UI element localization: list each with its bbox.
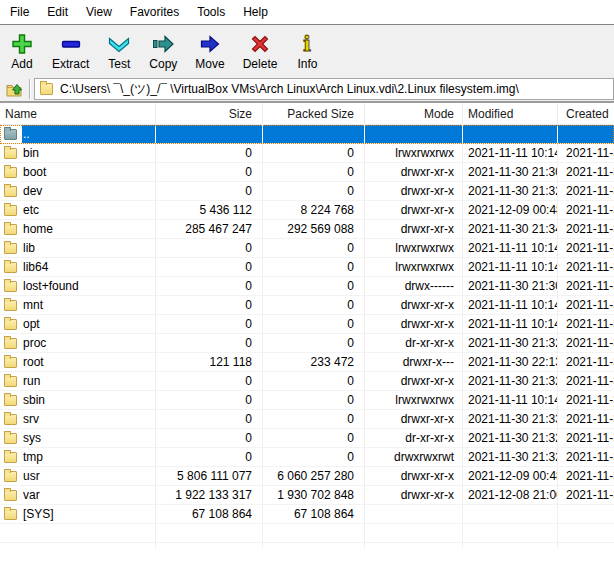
file-mode-cell [365, 505, 463, 523]
folder-up-icon [4, 129, 17, 140]
file-row[interactable]: root 121 118 233 472 drwxr-x--- 2021-11-… [0, 353, 614, 372]
file-row[interactable]: sbin 0 0 lrwxrwxrwx 2021-11-11 10:14 202… [0, 391, 614, 410]
file-created-cell: 2021-11-3 [558, 220, 614, 238]
file-size-cell: 121 118 [156, 353, 263, 371]
column-header-modified[interactable]: Modified [463, 103, 558, 124]
file-row[interactable]: [SYS] 67 108 864 67 108 864 [0, 505, 614, 524]
file-row[interactable]: home 285 467 247 292 569 088 drwxr-xr-x … [0, 220, 614, 239]
file-mode-cell: lrwxrwxrwx [365, 144, 463, 162]
toolbar: Add Extract Test Copy Move Delete i Info [0, 25, 614, 77]
file-size-cell: 1 922 133 317 [156, 486, 263, 504]
folder-icon [4, 452, 17, 463]
file-name-cell: [SYS] [0, 505, 156, 523]
file-row[interactable]: opt 0 0 drwxr-xr-x 2021-11-11 10:14 2021… [0, 315, 614, 334]
folder-up-icon [6, 81, 25, 98]
file-name-cell: usr [0, 467, 156, 485]
file-row[interactable]: srv 0 0 drwxr-xr-x 2021-11-30 21:33 2021… [0, 410, 614, 429]
file-row[interactable]: bin 0 0 lrwxrwxrwx 2021-11-11 10:14 2021… [0, 144, 614, 163]
file-modified-cell: 2021-11-30 21:34 [463, 220, 558, 238]
file-row[interactable]: dev 0 0 drwxr-xr-x 2021-11-30 21:32 2021… [0, 182, 614, 201]
file-name-cell: srv [0, 410, 156, 428]
file-row[interactable]: lost+found 0 0 drwx------ 2021-11-30 21:… [0, 277, 614, 296]
file-packed-cell: 0 [263, 144, 365, 162]
add-plus-icon [10, 30, 34, 57]
toolbar-separator [29, 79, 30, 99]
file-row[interactable]: lib 0 0 lrwxrwxrwx 2021-11-11 10:14 2021… [0, 239, 614, 258]
file-modified-cell: 2021-11-30 21:32 [463, 448, 558, 466]
file-mode-cell: drwxr-xr-x [365, 296, 463, 314]
toolbar-button[interactable]: Delete [234, 27, 287, 76]
file-packed-cell: 0 [263, 239, 365, 257]
address-combo[interactable]: C:\Users\ ¯\_(ツ)_/¯ \VirtualBox VMs\Arch… [34, 78, 614, 100]
toolbar-button[interactable]: Add [1, 27, 43, 76]
file-row[interactable]: lib64 0 0 lrwxrwxrwx 2021-11-11 10:14 20… [0, 258, 614, 277]
file-row[interactable]: etc 5 436 112 8 224 768 drwxr-xr-x 2021-… [0, 201, 614, 220]
file-mode-cell: drwxr-xr-x [365, 182, 463, 200]
column-header-size[interactable]: Size [156, 103, 263, 124]
column-header-created[interactable]: Created [558, 103, 614, 124]
file-packed-cell: 0 [263, 277, 365, 295]
column-header-mode[interactable]: Mode [365, 103, 463, 124]
file-mode-cell: drwxr-xr-x [365, 201, 463, 219]
file-packed-cell: 0 [263, 258, 365, 276]
folder-icon [4, 395, 17, 406]
file-row[interactable]: mnt 0 0 drwxr-xr-x 2021-11-11 10:14 2021… [0, 296, 614, 315]
file-packed-cell [263, 125, 365, 143]
toolbar-button[interactable]: Move [186, 27, 233, 76]
folder-icon [4, 509, 17, 520]
file-modified-cell: 2021-11-11 10:14 [463, 144, 558, 162]
file-size-cell: 0 [156, 410, 263, 428]
file-modified-cell: 2021-11-11 10:14 [463, 296, 558, 314]
toolbar-button[interactable]: i Info [286, 27, 328, 76]
file-row[interactable]: tmp 0 0 drwxrwxrwt 2021-11-30 21:32 2021… [0, 448, 614, 467]
file-row[interactable]: proc 0 0 dr-xr-xr-x 2021-11-30 21:32 202… [0, 334, 614, 353]
file-packed-cell: 0 [263, 315, 365, 333]
file-packed-cell: 233 472 [263, 353, 365, 371]
file-created-cell: 2021-11-3 [558, 182, 614, 200]
file-name-cell: var [0, 486, 156, 504]
file-row[interactable]: var 1 922 133 317 1 930 702 848 drwxr-xr… [0, 486, 614, 505]
folder-icon [4, 433, 17, 444]
file-modified-cell: 2021-11-11 10:14 [463, 315, 558, 333]
column-header-name[interactable]: Name [0, 103, 156, 124]
menu-item[interactable]: Tools [188, 1, 234, 23]
menu-item[interactable]: Edit [38, 1, 77, 23]
file-size-cell: 0 [156, 372, 263, 390]
menu-item[interactable]: Favorites [121, 1, 188, 23]
toolbar-button[interactable]: Copy [140, 27, 186, 76]
file-mode-cell: lrwxrwxrwx [365, 239, 463, 257]
file-modified-cell: 2021-12-09 00:48 [463, 201, 558, 219]
file-size-cell: 0 [156, 258, 263, 276]
file-row[interactable]: .. [0, 125, 614, 144]
address-bar: C:\Users\ ¯\_(ツ)_/¯ \VirtualBox VMs\Arch… [0, 77, 614, 103]
file-modified-cell: 2021-11-30 22:13 [463, 353, 558, 371]
menu-item[interactable]: File [1, 1, 38, 23]
file-size-cell: 67 108 864 [156, 505, 263, 523]
file-created-cell: 2021-11-3 [558, 334, 614, 352]
file-size-cell: 0 [156, 182, 263, 200]
file-modified-cell: 2021-11-30 21:33 [463, 410, 558, 428]
file-packed-cell: 292 569 088 [263, 220, 365, 238]
file-size-cell: 0 [156, 315, 263, 333]
column-header-packed-size[interactable]: Packed Size [263, 103, 365, 124]
file-row[interactable]: sys 0 0 dr-xr-xr-x 2021-11-30 21:32 2021… [0, 429, 614, 448]
svg-text:i: i [303, 32, 311, 56]
file-row[interactable]: run 0 0 drwxr-xr-x 2021-11-30 21:32 2021… [0, 372, 614, 391]
file-name-cell: root [0, 353, 156, 371]
folder-icon [4, 205, 17, 216]
menu-item[interactable]: Help [234, 1, 277, 23]
file-mode-cell: drwxr-xr-x [365, 220, 463, 238]
toolbar-button[interactable]: Extract [43, 27, 98, 76]
menu-item[interactable]: View [77, 1, 121, 23]
file-row[interactable]: boot 0 0 drwxr-xr-x 2021-11-30 21:30 202… [0, 163, 614, 182]
file-size-cell: 0 [156, 239, 263, 257]
file-row[interactable]: usr 5 806 111 077 6 060 257 280 drwxr-xr… [0, 467, 614, 486]
file-modified-cell: 2021-11-30 21:30 [463, 277, 558, 295]
up-one-level-button[interactable] [3, 79, 27, 100]
file-packed-cell: 0 [263, 182, 365, 200]
menu-bar: FileEditViewFavoritesToolsHelp [0, 0, 614, 25]
file-size-cell: 285 467 247 [156, 220, 263, 238]
file-rows: .. bin 0 0 lrwxrwxrwx 2021-11-11 10:14 2… [0, 125, 614, 548]
toolbar-button[interactable]: Test [98, 27, 140, 76]
file-modified-cell: 2021-11-30 21:32 [463, 429, 558, 447]
